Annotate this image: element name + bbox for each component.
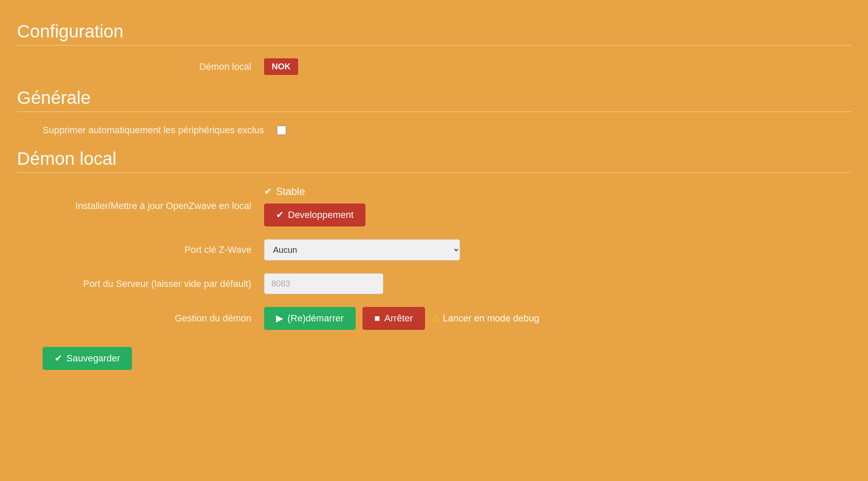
- configuration-divider: [17, 45, 851, 46]
- check-icon: ✔: [264, 186, 272, 197]
- supprimer-label: Supprimer automatiquement les périphériq…: [43, 125, 277, 136]
- generale-divider: [17, 112, 851, 112]
- demon-local-section-heading: Démon local: [17, 149, 851, 169]
- stop-button[interactable]: ■ Arrêter: [362, 307, 425, 330]
- installer-control: ✔ Stable ✔ Developpement: [264, 186, 365, 226]
- supprimer-row: Supprimer automatiquement les périphériq…: [17, 125, 851, 136]
- port-cle-row: Port clé Z-Wave Aucun: [17, 239, 851, 261]
- save-button[interactable]: ✔ Sauvegarder: [43, 347, 132, 370]
- nok-badge: NOK: [264, 58, 298, 75]
- restart-button[interactable]: ▶ (Re)démarrer: [264, 307, 356, 330]
- gestion-demon-control: ▶ (Re)démarrer ■ Arrêter ⚠ Lancer en mod…: [264, 307, 539, 330]
- configuration-heading: Configuration: [17, 21, 851, 42]
- save-label: Sauvegarder: [66, 353, 120, 364]
- debug-label: Lancer en mode debug: [443, 313, 539, 324]
- stop-label: Arrêter: [384, 313, 413, 324]
- installer-label: Installer/Mettre à jour OpenZwave en loc…: [43, 200, 264, 212]
- gestion-demon-row: Gestion du démon ▶ (Re)démarrer ■ Arrête…: [17, 307, 851, 330]
- port-cle-label: Port clé Z-Wave: [43, 244, 264, 255]
- demon-local-row: Démon local NOK: [17, 58, 851, 75]
- port-serveur-control: [264, 273, 383, 294]
- debug-button[interactable]: ⚠ Lancer en mode debug: [432, 313, 539, 324]
- warning-icon: ⚠: [432, 313, 440, 324]
- stop-icon: ■: [374, 313, 380, 324]
- installer-row: Installer/Mettre à jour OpenZwave en loc…: [17, 186, 851, 226]
- supprimer-checkbox[interactable]: [277, 126, 286, 135]
- port-cle-control: Aucun: [264, 239, 460, 261]
- port-serveur-label: Port du Serveur (laisser vide par défaul…: [43, 278, 264, 289]
- stable-label: Stable: [276, 186, 305, 198]
- daemon-buttons-group: ▶ (Re)démarrer ■ Arrêter ⚠ Lancer en mod…: [264, 307, 539, 330]
- port-serveur-input[interactable]: [264, 273, 383, 294]
- gestion-demon-label: Gestion du démon: [43, 313, 264, 324]
- port-cle-select[interactable]: Aucun: [264, 239, 460, 261]
- play-icon: ▶: [276, 313, 283, 324]
- restart-label: (Re)démarrer: [287, 313, 344, 324]
- generale-heading: Générale: [17, 88, 851, 108]
- port-serveur-row: Port du Serveur (laisser vide par défaul…: [17, 273, 851, 294]
- check-dev-icon: ✔: [276, 209, 284, 220]
- demon-local-label: Démon local: [43, 61, 264, 72]
- supprimer-control: [277, 126, 286, 135]
- developpement-label: Developpement: [288, 209, 354, 220]
- save-area: ✔ Sauvegarder: [17, 347, 851, 370]
- option-stable: ✔ Stable: [264, 186, 305, 198]
- save-check-icon: ✔: [55, 353, 62, 364]
- demon-local-divider: [17, 172, 851, 173]
- developpement-button[interactable]: ✔ Developpement: [264, 203, 365, 226]
- demon-local-control: NOK: [264, 58, 298, 75]
